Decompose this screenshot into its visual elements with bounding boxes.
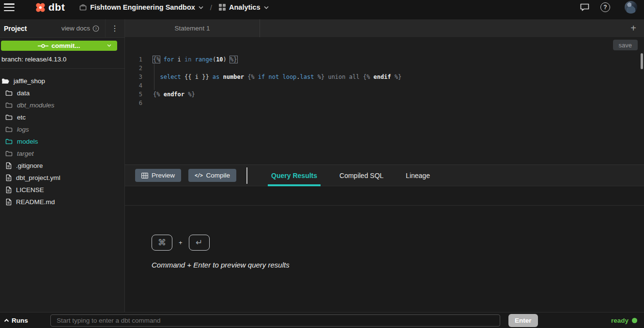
dbt-logo-icon	[34, 1, 47, 14]
line-number: 5	[125, 90, 147, 99]
chat-icon[interactable]	[580, 2, 590, 12]
hamburger-menu-icon[interactable]	[4, 3, 15, 12]
code-lines: 1{% for i in range(10) %}23 select {{ i …	[125, 55, 644, 107]
code-line[interactable]: 2	[125, 64, 644, 73]
compile-button[interactable]: </> Compile	[188, 169, 236, 182]
tab-query-results[interactable]: Query Results	[268, 165, 321, 186]
sidebar-title: Project	[4, 25, 27, 32]
code-editor[interactable]: 1{% for i in range(10) %}23 select {{ i …	[125, 52, 644, 165]
bottom-bar: Runs Enter ready	[0, 312, 644, 328]
folder-icon	[5, 150, 13, 157]
sidebar: Project view docs ? ⋮ comm	[0, 19, 125, 312]
line-number: 3	[125, 73, 147, 81]
file-icon	[5, 174, 12, 181]
tree-item-LICENSE[interactable]: LICENSE	[0, 184, 124, 196]
preview-hint-text: Command + Enter to preview query results	[152, 261, 644, 269]
tree-item-jaffle_shop[interactable]: jaffle_shop	[0, 75, 124, 87]
tab-statement-1[interactable]: Statement 1	[125, 19, 260, 37]
enter-button[interactable]: Enter	[508, 314, 538, 327]
account-selector[interactable]: Fishtown Engineering Sandbox	[79, 3, 203, 11]
avatar[interactable]	[625, 1, 637, 14]
dbt-logo: dbt	[34, 1, 65, 14]
line-number: 1	[125, 55, 147, 64]
tree-item-label: jaffle_shop	[14, 77, 45, 85]
results-subheader	[125, 186, 644, 206]
tree-item-label: LICENSE	[16, 186, 44, 194]
briefcase-icon	[79, 4, 87, 11]
view-docs-link[interactable]: view docs ?	[61, 25, 105, 32]
tree-item-.gitignore[interactable]: .gitignore	[0, 160, 124, 172]
command-key-icon: ⌘	[152, 235, 172, 251]
scrollbar-thumb[interactable]	[641, 53, 643, 69]
folder-icon	[5, 102, 13, 109]
project-selector[interactable]: Analytics	[219, 3, 268, 11]
code-line[interactable]: 6	[125, 99, 644, 107]
tree-item-label: models	[17, 138, 38, 145]
line-number: 6	[125, 99, 147, 107]
editor-tab-bar: Statement 1 +	[125, 19, 644, 38]
help-circle-icon: ?	[92, 25, 99, 32]
chevron-down-icon	[107, 44, 111, 47]
code-text: {% endfor %}	[153, 90, 195, 99]
dbt-command-input[interactable]	[50, 314, 500, 327]
code-line[interactable]: 5{% endfor %}	[125, 90, 644, 99]
project-name: Analytics	[229, 3, 260, 11]
sidebar-header: Project view docs ? ⋮	[0, 19, 124, 38]
runs-toggle[interactable]: Runs	[4, 317, 50, 324]
file-tree: jaffle_shopdatadbt_modulesetclogsmodelst…	[0, 69, 124, 208]
file-icon	[5, 198, 12, 206]
folder-icon	[5, 89, 13, 97]
dbt-logo-text: dbt	[48, 1, 65, 13]
folder-open-icon	[1, 77, 9, 85]
runs-label: Runs	[12, 317, 28, 324]
tree-item-README.md[interactable]: README.md	[0, 196, 124, 208]
table-grid-icon	[141, 173, 148, 179]
tree-item-label: README.md	[16, 198, 55, 206]
tree-item-dbt_project.yml[interactable]: dbt_project.yml	[0, 172, 124, 184]
kebab-menu-icon[interactable]: ⋮	[106, 24, 124, 33]
tree-item-label: target	[17, 150, 34, 157]
save-button[interactable]: save	[613, 40, 638, 50]
tree-item-label: .gitignore	[16, 162, 43, 169]
git-commit-icon	[38, 44, 48, 48]
tree-item-label: dbt_project.yml	[16, 174, 61, 181]
commit-label: commit...	[51, 42, 80, 49]
result-tabs: Query ResultsCompiled SQLLineage	[260, 165, 441, 186]
code-line[interactable]: 1{% for i in range(10) %}	[125, 55, 644, 64]
line-number: 2	[125, 64, 147, 73]
indent-guide	[154, 64, 154, 90]
plus-separator: +	[179, 239, 183, 246]
status-label: ready	[611, 317, 629, 324]
chevron-up-icon	[4, 319, 9, 322]
folder-icon	[5, 114, 13, 121]
tree-item-etc[interactable]: etc	[0, 111, 124, 123]
editor-scrollbar[interactable]	[641, 53, 643, 164]
code-icon: </>	[195, 173, 203, 178]
tree-item-target[interactable]: target	[0, 148, 124, 160]
tree-item-label: logs	[17, 126, 29, 133]
file-icon	[5, 162, 12, 169]
commit-button[interactable]: commit...	[1, 41, 117, 51]
results-content: ⌘ + ↵ Command + Enter to preview query r…	[125, 206, 644, 312]
account-name: Fishtown Engineering Sandbox	[90, 3, 195, 11]
tree-item-data[interactable]: data	[0, 87, 124, 99]
code-line[interactable]: 3 select {{ i }} as number {% if not loo…	[125, 73, 644, 81]
breadcrumb-separator: /	[210, 3, 212, 12]
tab-lineage[interactable]: Lineage	[402, 165, 433, 186]
top-bar: dbt Fishtown Engineering Sandbox /	[0, 0, 644, 19]
tree-item-dbt_modules[interactable]: dbt_modules	[0, 99, 124, 111]
help-icon[interactable]: ?	[600, 2, 610, 12]
preview-button[interactable]: Preview	[135, 169, 181, 182]
tree-item-label: etc	[17, 114, 26, 121]
main-area: Project view docs ? ⋮ comm	[0, 19, 644, 312]
tabstrip-spacer	[260, 19, 623, 37]
new-tab-button[interactable]: +	[623, 19, 644, 37]
enter-key-icon: ↵	[189, 235, 210, 251]
tab-compiled-sql[interactable]: Compiled SQL	[336, 165, 387, 186]
code-line[interactable]: 4	[125, 81, 644, 90]
folder-icon	[5, 138, 13, 145]
tree-item-models[interactable]: models	[0, 135, 124, 148]
grid-icon	[219, 4, 226, 11]
tree-item-logs[interactable]: logs	[0, 123, 124, 135]
chevron-down-icon	[264, 6, 269, 9]
